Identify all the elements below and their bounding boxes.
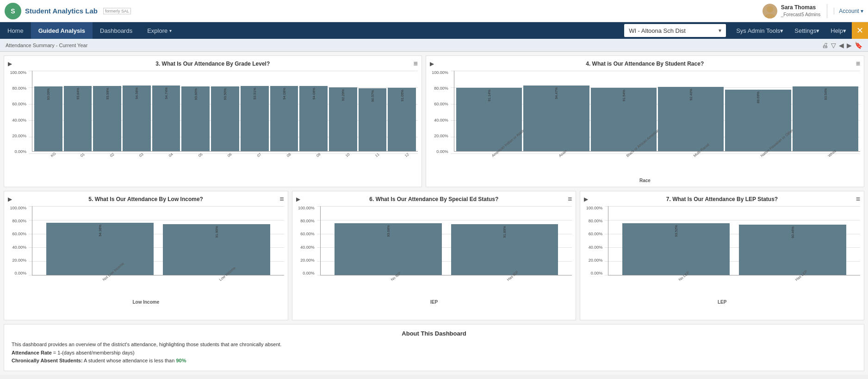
right-nav: Sys Admin Tools ▾ Settings ▾ Help ▾ ✕ bbox=[731, 22, 868, 39]
bar-axis-label: 09 bbox=[316, 152, 322, 158]
chart7-title-area: 7. What Is Our Attendance By LEP Status? bbox=[588, 196, 856, 202]
bar-value-label: 93.84% bbox=[76, 88, 80, 99]
nav-home[interactable]: Home bbox=[0, 22, 31, 39]
bar-value-label: 91.14% bbox=[487, 90, 491, 101]
chart3-title-area: 3. What Is Our Attendance By Grade Level… bbox=[12, 61, 414, 67]
user-org: _Forecast5 Admins bbox=[781, 12, 821, 18]
bar: 93.60% bbox=[181, 86, 210, 151]
chart6-menu-icon[interactable]: ≡ bbox=[568, 195, 572, 203]
chart4-x-title: Race bbox=[430, 178, 860, 183]
bar: 92.29% bbox=[329, 87, 357, 151]
bar-value-label: 94.36% bbox=[98, 225, 102, 236]
bar-value-label: 88.69% bbox=[756, 92, 760, 103]
about-section: About This Dashboard This dashboard prov… bbox=[4, 324, 864, 371]
chart6-video-icon[interactable]: ▶ bbox=[296, 196, 300, 202]
bar: 93.99% bbox=[93, 86, 121, 151]
chart4-y-axis: 100.00% 80.00% 60.00% 40.00% 20.00% 0.00… bbox=[430, 71, 448, 154]
y-label: 60.00% bbox=[8, 102, 26, 106]
settings-menu[interactable]: Settings ▾ bbox=[789, 22, 825, 39]
chart3-video-icon[interactable]: ▶ bbox=[8, 61, 12, 67]
logo-icon: S bbox=[5, 3, 21, 19]
chart7-x-title: LEP bbox=[584, 300, 860, 305]
bar: 90.46% bbox=[739, 225, 846, 275]
bar: 93.52% bbox=[622, 223, 730, 275]
bar-wrap: 94.06%09 bbox=[299, 71, 328, 151]
y-label: 20.00% bbox=[8, 134, 26, 138]
bar-value-label: 93.60% bbox=[193, 88, 198, 100]
bar-value-label: 91.05% bbox=[400, 90, 404, 101]
chart3-menu-icon[interactable]: ≡ bbox=[414, 60, 418, 68]
nav-dashboards[interactable]: Dashboards bbox=[93, 22, 140, 39]
bar-value-label: 94.08% bbox=[282, 88, 286, 99]
bar-wrap: 90.46%Has LEP bbox=[739, 206, 846, 275]
bar-wrap: 92.40%Multi-Racial bbox=[658, 71, 724, 151]
chart4-menu-icon[interactable]: ≡ bbox=[856, 60, 860, 68]
chart7-video-icon[interactable]: ▶ bbox=[584, 196, 588, 202]
chart7-panel: ▶ 7. What Is Our Attendance By LEP Statu… bbox=[580, 191, 864, 320]
bar-value-label: 93.09% bbox=[46, 88, 50, 100]
bar-axis-label: 04 bbox=[168, 152, 174, 158]
account-link[interactable]: Account ▾ bbox=[834, 8, 863, 14]
chart4-video-icon[interactable]: ▶ bbox=[430, 61, 434, 67]
chart4-panel: ▶ 4. What is Our Attendance By Student R… bbox=[426, 55, 864, 187]
main-content: ▶ 3. What Is Our Attendance By Grade Lev… bbox=[0, 52, 868, 375]
bar: 93.91% bbox=[241, 86, 269, 151]
bar-value-label: 93.68% bbox=[386, 225, 390, 237]
user-name: Sara Thomas bbox=[781, 4, 821, 12]
bar-value-label: 94.06% bbox=[311, 88, 316, 99]
district-chevron-icon[interactable]: ▾ bbox=[719, 27, 721, 34]
bar: 90.57% bbox=[359, 88, 387, 151]
chart5-title: 5. What Is Our Attendance By Low Income? bbox=[88, 196, 203, 202]
district-selector[interactable]: WI - Altoona Sch Dist ▾ bbox=[624, 24, 726, 37]
help-menu[interactable]: Help ▾ bbox=[825, 22, 852, 39]
bar: 92.40% bbox=[658, 87, 724, 151]
bar-wrap: 91.90%Low Income bbox=[163, 206, 270, 275]
close-button[interactable]: ✕ bbox=[852, 22, 868, 39]
nav-explore[interactable]: Explore ▾ bbox=[140, 22, 179, 39]
bar-axis-label: 10 bbox=[345, 152, 351, 158]
chart-row-2: ▶ 5. What Is Our Attendance By Low Incom… bbox=[4, 191, 864, 320]
chart7-title: 7. What Is Our Attendance By LEP Status? bbox=[666, 196, 778, 202]
chart6-title-area: 6. What Is Our Attendance By Special Ed … bbox=[300, 196, 568, 202]
chart6-container: 100.00% 80.00% 60.00% 40.00% 20.00% 0.00… bbox=[296, 206, 572, 299]
chart5-panel: ▶ 5. What Is Our Attendance By Low Incom… bbox=[4, 191, 288, 320]
bar: 91.89% bbox=[451, 224, 558, 275]
forward-icon[interactable]: ▶ bbox=[847, 42, 852, 49]
chart7-bars: 93.52%No LEP90.46%Has LEP bbox=[608, 206, 860, 275]
chart4-title-area: 4. What is Our Attendance By Student Rac… bbox=[434, 61, 856, 67]
chart3-container: 100.00% 80.00% 60.00% 40.00% 20.00% 0.00… bbox=[8, 71, 418, 177]
bar-axis-label: 01 bbox=[80, 152, 86, 158]
breadcrumb-bar: Attendance Summary - Current Year 🖨 ▽ ◀ … bbox=[0, 39, 868, 52]
app-subtitle: formerly SAL bbox=[103, 8, 131, 14]
help-chevron: ▾ bbox=[843, 27, 846, 34]
chart6-x-title: IEP bbox=[296, 300, 572, 305]
bar-axis-label: 06 bbox=[227, 152, 233, 158]
bar-value-label: 92.29% bbox=[341, 89, 345, 101]
bar: 93.68% bbox=[335, 223, 442, 275]
user-area: Sara Thomas _Forecast5 Admins Account ▾ bbox=[763, 4, 863, 18]
bar: 94.74% bbox=[152, 86, 180, 151]
bookmark-icon[interactable]: 🔖 bbox=[855, 42, 862, 49]
bar-axis-label: 03 bbox=[138, 152, 144, 158]
chart3-header: ▶ 3. What Is Our Attendance By Grade Lev… bbox=[8, 60, 418, 68]
chart3-panel: ▶ 3. What Is Our Attendance By Grade Lev… bbox=[4, 55, 422, 187]
sys-admin-tools[interactable]: Sys Admin Tools ▾ bbox=[731, 22, 789, 39]
bar: 93.54% bbox=[793, 86, 858, 151]
chart4-bars: 91.14%American Indian or Alaskan Native9… bbox=[454, 71, 860, 152]
chart4-header: ▶ 4. What is Our Attendance By Student R… bbox=[430, 60, 860, 68]
nav-guided-analysis[interactable]: Guided Analysis bbox=[31, 22, 93, 39]
chart5-menu-icon[interactable]: ≡ bbox=[279, 195, 284, 203]
chart5-video-icon[interactable]: ▶ bbox=[8, 196, 12, 202]
bar: 94.06% bbox=[299, 86, 328, 151]
bar-wrap: 93.68%No IEP bbox=[335, 206, 442, 275]
back-icon[interactable]: ◀ bbox=[839, 42, 844, 49]
filter-icon[interactable]: ▽ bbox=[831, 42, 836, 49]
bar-axis-label: 12 bbox=[404, 152, 410, 158]
bar-wrap: 88.69%Native Hawaiian or Other Pacific I… bbox=[725, 71, 791, 151]
user-avatar bbox=[763, 4, 777, 18]
bar-value-label: 91.90% bbox=[214, 226, 218, 238]
chart7-menu-icon[interactable]: ≡ bbox=[856, 195, 860, 203]
bar: 94.47% bbox=[523, 86, 589, 151]
print-icon[interactable]: 🖨 bbox=[822, 42, 828, 49]
bar-axis-label: KG bbox=[50, 152, 57, 158]
